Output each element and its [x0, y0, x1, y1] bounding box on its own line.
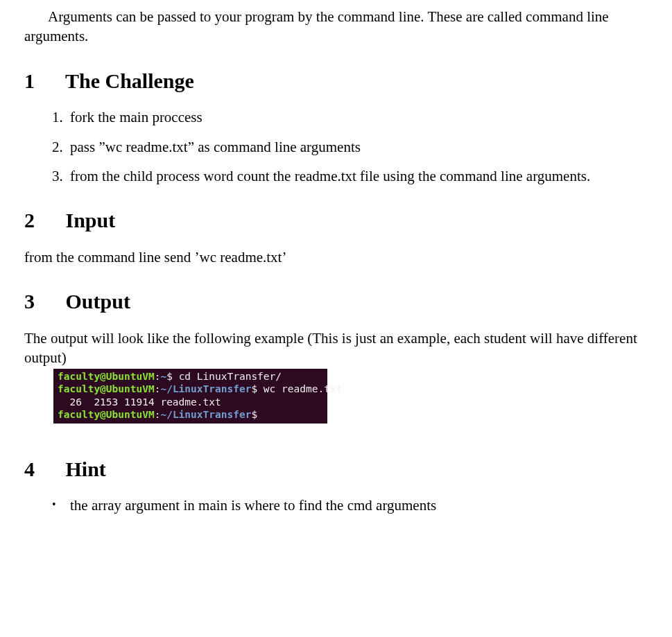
list-item: 2.pass ”wc readme.txt” as command line a…: [52, 137, 648, 157]
bullet-icon: •: [52, 496, 56, 514]
terminal-screenshot: faculty@UbuntuVM:~$ cd LinuxTransfer/ fa…: [53, 369, 327, 424]
input-text: from the command line send ’wc readme.tx…: [24, 247, 648, 267]
section-title: Input: [66, 209, 116, 232]
list-marker: 1.: [52, 107, 63, 127]
list-text: fork the main proccess: [70, 109, 203, 125]
terminal-path: ~: [160, 371, 166, 382]
list-item: 3.from the child process word count the …: [52, 166, 648, 186]
section-number: 4: [24, 455, 60, 484]
terminal-cmd: wc readme.txt: [264, 383, 343, 394]
section-title: The Challenge: [65, 69, 194, 92]
terminal-userhost: faculty@UbuntuVM: [58, 409, 155, 420]
terminal-output-line: 26 2153 11914 readme.txt: [58, 396, 221, 408]
terminal-dollar: $: [251, 409, 257, 420]
terminal-userhost: faculty@UbuntuVM: [58, 371, 155, 382]
intro-text: Arguments can be passed to your program …: [24, 8, 609, 44]
terminal-path: ~/LinuxTransfer: [160, 409, 251, 420]
output-text: The output will look like the following …: [24, 329, 648, 368]
terminal-dollar: $: [166, 371, 178, 382]
list-item: 1.fork the main proccess: [52, 107, 648, 127]
section-heading-hint: 4 Hint: [24, 455, 648, 484]
terminal-path: ~/LinuxTransfer: [160, 383, 251, 394]
list-text: from the child process word count the re…: [70, 168, 590, 184]
intro-paragraph: Arguments can be passed to your program …: [24, 7, 648, 46]
section-title: Output: [66, 290, 130, 313]
list-text: the array argument in main is where to f…: [70, 497, 436, 514]
section-heading-input: 2 Input: [24, 207, 648, 235]
section-number: 3: [24, 288, 60, 316]
terminal-dollar: $: [251, 383, 263, 394]
hint-list: •the array argument in main is where to …: [24, 496, 648, 515]
list-text: pass ”wc readme.txt” as command line arg…: [70, 139, 361, 155]
challenge-list: 1.fork the main proccess 2.pass ”wc read…: [24, 107, 648, 186]
list-marker: 3.: [52, 166, 63, 186]
terminal-userhost: faculty@UbuntuVM: [58, 383, 155, 394]
section-heading-output: 3 Output: [24, 288, 648, 316]
section-title: Hint: [66, 457, 106, 480]
terminal-cmd: cd LinuxTransfer/: [179, 371, 282, 382]
section-number: 1: [24, 67, 60, 96]
list-marker: 2.: [52, 137, 63, 157]
section-heading-challenge: 1 The Challenge: [24, 67, 648, 96]
section-number: 2: [24, 207, 60, 235]
list-item: •the array argument in main is where to …: [52, 496, 648, 515]
